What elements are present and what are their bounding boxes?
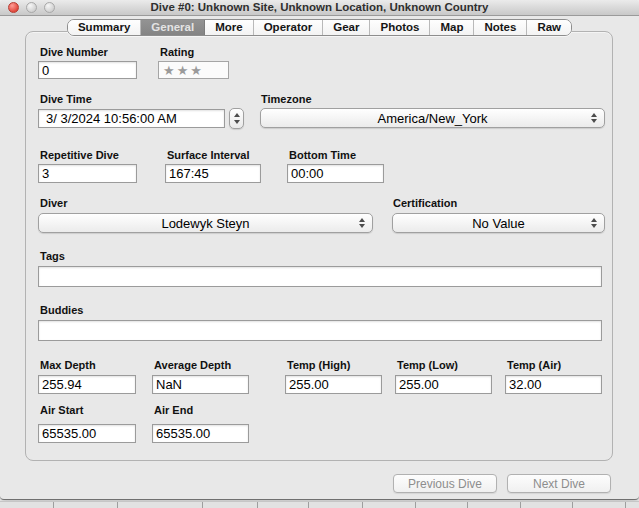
tab-bar: Summary General More Operator Gear Photo… [0,19,639,36]
average-depth-label: Average Depth [154,359,231,371]
temp-high-label: Temp (High) [287,359,350,371]
buddies-label: Buddies [40,304,83,316]
rating-label: Rating [160,46,194,58]
table-column-divider [117,502,118,508]
timezone-value: America/New_York [377,111,487,126]
surface-interval-input[interactable] [165,164,261,183]
tab-photos[interactable]: Photos [370,20,430,35]
dive-number-label: Dive Number [40,46,108,58]
table-column-divider [257,502,258,508]
certification-select[interactable]: No Value [392,213,605,233]
tab-more[interactable]: More [205,20,253,35]
table-column-divider [415,502,416,508]
surface-interval-label: Surface Interval [167,149,250,161]
table-column-divider [202,502,203,508]
table-column-divider [308,502,309,508]
repetitive-dive-input[interactable] [38,164,137,183]
air-end-label: Air End [154,404,193,416]
temp-low-input[interactable] [395,375,492,394]
tab-gear[interactable]: Gear [323,20,370,35]
diver-value: Lodewyk Steyn [161,216,249,231]
tab-operator[interactable]: Operator [254,20,324,35]
minimize-icon[interactable] [26,2,37,13]
next-dive-button[interactable]: Next Dive [507,474,611,493]
tab-notes[interactable]: Notes [474,20,527,35]
air-end-input[interactable] [152,424,249,443]
tab-content-box [25,31,613,461]
zoom-icon[interactable] [44,2,55,13]
temp-air-input[interactable] [505,375,602,394]
popup-arrows-icon [359,214,365,232]
rating-control[interactable]: ★★★ [158,61,229,79]
repetitive-dive-label: Repetitive Dive [40,149,119,161]
air-start-input[interactable] [38,424,136,443]
temp-high-input[interactable] [285,375,382,394]
air-start-label: Air Start [40,404,83,416]
temp-low-label: Temp (Low) [397,359,458,371]
previous-dive-button[interactable]: Previous Dive [393,474,497,493]
max-depth-input[interactable] [38,375,136,394]
tags-label: Tags [40,250,65,262]
certification-value: No Value [472,216,525,231]
dive-time-input[interactable] [38,109,225,128]
average-depth-input[interactable] [152,375,249,394]
dive-time-stepper[interactable] [229,108,244,129]
diver-label: Diver [40,197,68,209]
timezone-select[interactable]: America/New_York [260,108,605,128]
tab-segmented-control: Summary General More Operator Gear Photo… [67,19,572,36]
dive-number-input[interactable] [38,61,137,79]
bottom-time-label: Bottom Time [289,149,356,161]
temp-air-label: Temp (Air) [507,359,561,371]
stepper-up-icon[interactable] [234,113,240,117]
table-column-divider [467,502,468,508]
table-column-divider [362,502,363,508]
table-column-divider [572,502,573,508]
bottom-time-input[interactable] [287,164,384,183]
close-icon[interactable] [8,2,19,13]
background-window-strip [0,501,639,508]
dive-editor-window: Dive #0: Unknown Site, Unknown Location,… [0,0,639,500]
max-depth-label: Max Depth [40,359,96,371]
timezone-label: Timezone [261,93,312,105]
diver-select[interactable]: Lodewyk Steyn [38,213,373,233]
certification-label: Certification [393,197,457,209]
popup-arrows-icon [591,214,597,232]
stepper-down-icon[interactable] [234,120,240,124]
tab-general[interactable]: General [141,20,205,35]
dive-time-label: Dive Time [40,93,92,105]
tab-raw[interactable]: Raw [527,20,571,35]
tab-summary[interactable]: Summary [68,20,141,35]
buddies-input[interactable] [38,320,602,341]
titlebar[interactable]: Dive #0: Unknown Site, Unknown Location,… [0,0,639,16]
window-title: Dive #0: Unknown Site, Unknown Location,… [0,0,639,15]
traffic-lights [8,2,55,13]
popup-arrows-icon [591,109,597,127]
rating-stars-icon: ★★★ [163,64,204,77]
tab-map[interactable]: Map [430,20,474,35]
table-column-divider [625,502,626,508]
tags-input[interactable] [38,266,602,287]
table-column-divider [520,502,521,508]
table-column-divider [53,502,54,508]
